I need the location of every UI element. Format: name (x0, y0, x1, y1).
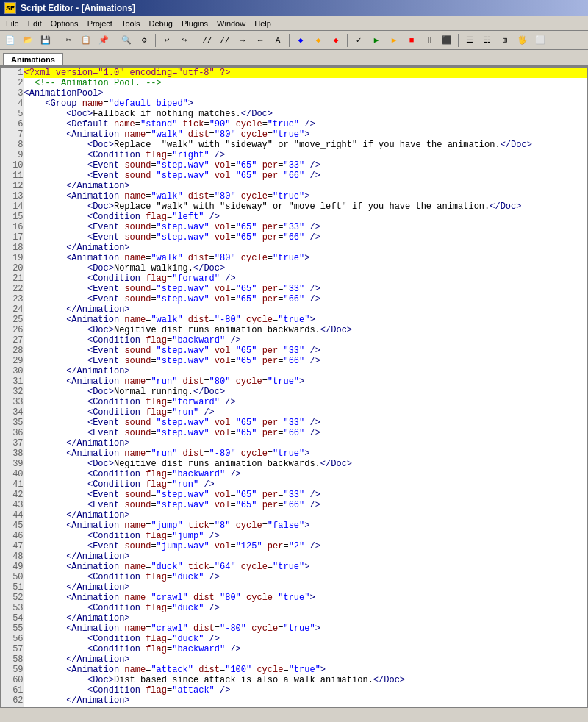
line-content[interactable]: <Animation name="death" tick="12" cycle=… (24, 706, 587, 708)
line-content[interactable]: <Condition flag="run" /> (24, 407, 587, 418)
undo-button[interactable]: ↩ (159, 33, 175, 48)
line-content[interactable]: </Animation> (24, 551, 587, 562)
line-content[interactable]: <Doc>Replace "walk" with "sideway" or "m… (24, 201, 587, 212)
indent-button[interactable]: → (234, 33, 251, 48)
cut-button[interactable]: ✂ (60, 33, 76, 48)
line-content[interactable]: <Animation name="run" dist="80" cycle="t… (24, 376, 587, 387)
tab-animations[interactable]: Animations (3, 53, 63, 65)
line-content[interactable]: <Condition flag="duck" /> (24, 603, 587, 613)
line-content[interactable]: <?xml version="1.0" encoding="utf-8" ?> (24, 68, 587, 78)
uncomment-button[interactable]: // (217, 33, 233, 48)
line-content[interactable]: </Animation> (24, 613, 587, 623)
run-button[interactable]: ▶ (368, 33, 384, 48)
copy-button[interactable]: 📋 (78, 33, 94, 48)
b7[interactable]: ⊞ (497, 33, 513, 48)
line-content[interactable]: <Event sound="step.wav" vol="65" per="66… (24, 500, 587, 510)
line-content[interactable]: <Animation name="walk" dist="-80" cycle=… (24, 315, 587, 325)
line-content[interactable]: <!-- Animation Pool. --> (24, 78, 587, 88)
line-content[interactable]: <Doc>Normal running.</Doc> (24, 387, 587, 397)
b1[interactable]: ◆ (293, 33, 309, 48)
line-content[interactable]: <Condition flag="jump" /> (24, 531, 587, 541)
line-content[interactable]: <Event sound="step.wav" vol="65" per="66… (24, 428, 587, 438)
menu-project[interactable]: Project (83, 18, 117, 29)
line-content[interactable]: <Event sound="step.wav" vol="65" per="33… (24, 160, 587, 171)
outdent-button[interactable]: ← (252, 33, 268, 48)
line-content[interactable]: <Event sound="step.wav" vol="65" per="33… (24, 418, 587, 428)
menu-window[interactable]: Window (212, 18, 250, 29)
find-button[interactable]: 🔍 (118, 33, 135, 48)
line-content[interactable]: <Condition flag="backward" /> (24, 644, 587, 654)
menu-plugins[interactable]: Plugins (177, 18, 212, 29)
menu-options[interactable]: Options (46, 18, 83, 29)
menu-file[interactable]: File (1, 18, 24, 29)
line-content[interactable]: </Animation> (24, 654, 587, 665)
find2-button[interactable]: ⚙ (136, 33, 152, 48)
run2-button[interactable]: ▶ (386, 33, 402, 48)
line-content[interactable]: <Animation name="attack" dist="100" cycl… (24, 665, 587, 675)
line-content[interactable]: <Event sound="step.wav" vol="65" per="33… (24, 284, 587, 294)
save-button[interactable]: 💾 (37, 33, 54, 48)
line-content[interactable]: <Condition flag="duck" /> (24, 572, 587, 582)
line-content[interactable]: <Condition flag="attack" /> (24, 685, 587, 696)
line-content[interactable]: <Event sound="step.wav" vol="65" per="33… (24, 490, 587, 500)
line-content[interactable]: <Event sound="step.wav" vol="65" per="66… (24, 171, 587, 181)
line-content[interactable]: <Doc>Normal walking.</Doc> (24, 263, 587, 274)
line-content[interactable]: </Animation> (24, 304, 587, 315)
line-content[interactable]: </Animation> (24, 582, 587, 593)
line-content[interactable]: <Condition flag="backward" /> (24, 469, 587, 479)
b8[interactable]: 🖐 (514, 33, 531, 48)
line-content[interactable]: <Condition flag="forward" /> (24, 274, 587, 284)
line-content[interactable]: <Condition flag="backward" /> (24, 335, 587, 346)
line-content[interactable]: </Animation> (24, 510, 587, 521)
b4[interactable]: ⬛ (439, 33, 455, 48)
b6[interactable]: ☷ (479, 33, 495, 48)
line-content[interactable]: <Doc>Dist based since attack is also a w… (24, 675, 587, 685)
line-content[interactable]: <Condition flag="left" /> (24, 212, 587, 222)
line-content[interactable]: <Animation name="walk" dist="80" cycle="… (24, 129, 587, 140)
line-content[interactable]: <Condition flag="right" /> (24, 150, 587, 160)
menu-help[interactable]: Help (250, 18, 276, 29)
line-content[interactable]: <Doc>Negitive dist runs animation backwa… (24, 325, 587, 335)
line-content[interactable]: <Doc>Negitive dist runs animation backwa… (24, 459, 587, 469)
line-content[interactable]: <Event sound="jump.wav" vol="125" per="2… (24, 541, 587, 551)
line-content[interactable]: <Default name="stand" tick="90" cycle="t… (24, 119, 587, 129)
b2[interactable]: ◆ (310, 33, 326, 48)
redo-button[interactable]: ↪ (176, 33, 193, 48)
stop-button[interactable]: ■ (404, 33, 420, 48)
b5[interactable]: ☰ (462, 33, 478, 48)
line-content[interactable]: <Group name="default_biped"> (24, 99, 587, 109)
line-content[interactable]: <Animation name="jump" tick="8" cycle="f… (24, 521, 587, 531)
menu-debug[interactable]: Debug (145, 18, 177, 29)
new-button[interactable]: 📄 (2, 33, 18, 48)
line-content[interactable]: <Condition flag="forward" /> (24, 397, 587, 407)
comment-button[interactable]: // (199, 33, 215, 48)
line-content[interactable]: <Animation name="walk" dist="80" cycle="… (24, 191, 587, 201)
pause-button[interactable]: ⏸ (421, 33, 437, 48)
menu-edit[interactable]: Edit (24, 18, 46, 29)
check-button[interactable]: ✓ (351, 33, 367, 48)
line-content[interactable]: <Doc>Fallback if nothing matches.</Doc> (24, 109, 587, 119)
upper-button[interactable]: A (270, 33, 286, 48)
line-content[interactable]: </Animation> (24, 181, 587, 191)
line-content[interactable]: <Event sound="step.wav" vol="65" per="33… (24, 222, 587, 232)
line-content[interactable]: <Event sound="step.wav" vol="65" per="66… (24, 356, 587, 366)
line-content[interactable]: <Animation name="crawl" dist="80" cycle=… (24, 593, 587, 603)
line-content[interactable]: <Event sound="step.wav" vol="65" per="66… (24, 294, 587, 304)
line-content[interactable]: <Animation name="run" dist="-80" cycle="… (24, 448, 587, 459)
line-content[interactable]: </Animation> (24, 438, 587, 448)
line-content[interactable]: <Condition flag="run" /> (24, 479, 587, 490)
line-content[interactable]: </Animation> (24, 366, 587, 376)
line-content[interactable]: <Event sound="step.wav" vol="65" per="66… (24, 232, 587, 243)
b9[interactable]: ⬜ (532, 33, 548, 48)
line-content[interactable]: <Condition flag="duck" /> (24, 634, 587, 644)
line-content[interactable]: <Animation name="duck" tick="64" cycle="… (24, 562, 587, 572)
line-content[interactable]: </Animation> (24, 696, 587, 706)
line-content[interactable]: </Animation> (24, 243, 587, 253)
editor-container[interactable]: 1<?xml version="1.0" encoding="utf-8" ?>… (0, 67, 588, 708)
line-content[interactable]: <Event sound="step.wav" vol="65" per="33… (24, 346, 587, 356)
line-content[interactable]: <Animation name="crawl" dist="-80" cycle… (24, 623, 587, 634)
line-content[interactable]: <Animation name="walk" dist="80" cycle="… (24, 253, 587, 263)
open-button[interactable]: 📂 (20, 33, 36, 48)
line-content[interactable]: <Doc>Replace "walk" with "sideway" or "m… (24, 140, 587, 150)
line-content[interactable]: <AnimationPool> (24, 88, 587, 99)
